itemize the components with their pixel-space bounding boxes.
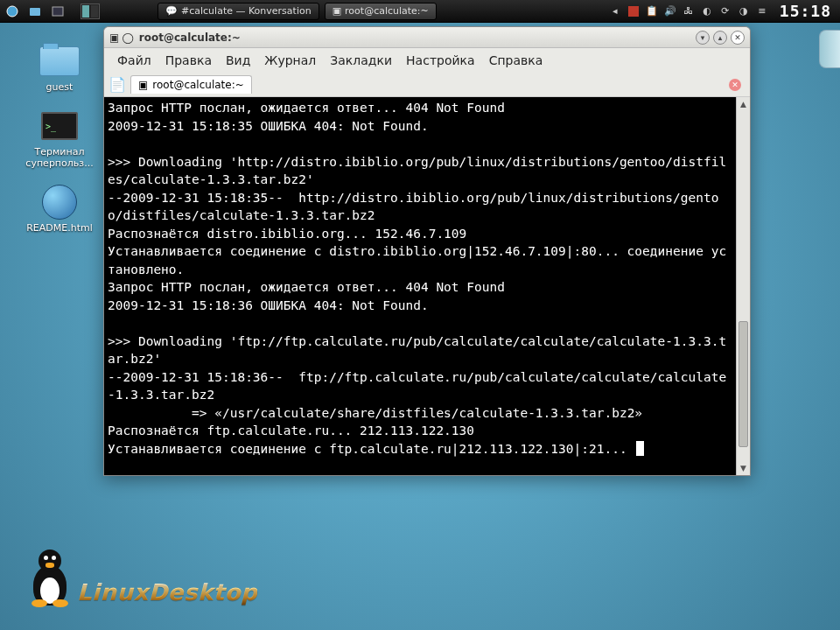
minimize-button[interactable]: ▾	[696, 31, 710, 45]
tab-label: root@calculate:~	[152, 79, 243, 91]
desktop-icon-readme[interactable]: README.html	[19, 185, 100, 234]
chat-icon: 💬	[165, 5, 178, 17]
terminal-tab[interactable]: ▣ root@calculate:~	[130, 75, 252, 94]
plasma-cashew-icon[interactable]	[819, 30, 840, 68]
terminal-text: Запрос HTTP послан, ожидается ответ... 4…	[108, 101, 726, 456]
new-tab-button[interactable]: 📄	[109, 77, 125, 93]
menu-settings[interactable]: Настройка	[400, 51, 481, 70]
tray-arrow-icon[interactable]: ◂	[607, 4, 623, 19]
terminal-window: ▣ ◯ root@calculate:~ ▾ ▴ ✕ Файл Правка В…	[103, 26, 751, 476]
menu-bar: Файл Правка Вид Журнал Закладки Настройк…	[104, 48, 750, 73]
terminal-cursor	[636, 441, 644, 456]
task-label: root@calculate:~	[345, 5, 429, 17]
terminal-icon	[38, 108, 80, 144]
scroll-thumb[interactable]	[738, 321, 748, 447]
menu-bookmarks[interactable]: Закладки	[324, 51, 398, 70]
tray-misc3-icon[interactable]: ◑	[736, 4, 752, 19]
window-title: root@calculate:~	[139, 32, 241, 44]
menu-view[interactable]: Вид	[220, 51, 256, 70]
panel-gap	[102, 2, 154, 21]
menu-journal[interactable]: Журнал	[258, 51, 322, 70]
terminal-body: Запрос HTTP послан, ожидается ответ... 4…	[104, 97, 750, 475]
panel-clock[interactable]: 15:18	[773, 2, 835, 20]
folder-icon	[38, 44, 80, 79]
desktop-icon-terminal[interactable]: Терминал суперпольз...	[19, 108, 100, 169]
titlebar-icons: ▣ ◯	[109, 32, 134, 44]
desktop-icon-guest[interactable]: guest	[19, 44, 100, 93]
task-label: #calculate — Konversation	[181, 5, 312, 17]
terminal-icon: ▣	[332, 5, 341, 17]
close-button[interactable]: ✕	[731, 31, 745, 45]
svg-rect-2	[52, 7, 63, 16]
svg-rect-1	[30, 8, 40, 16]
maximize-button[interactable]: ▴	[713, 31, 727, 45]
distro-branding: LinuxDesktop	[26, 550, 257, 606]
desktop-icon-label: guest	[46, 81, 74, 93]
tray-network-icon[interactable]: 🖧	[681, 4, 696, 19]
tray-update-icon[interactable]	[626, 4, 641, 19]
system-tray: ◂ 📋 🔊 🖧 ◐ ⟳ ◑ ≡ 15:18	[607, 2, 840, 20]
scrollbar: ▲ ▼	[736, 97, 750, 475]
panel-left: 💬 #calculate — Konversation ▣ root@calcu…	[0, 2, 438, 21]
scroll-up-button[interactable]: ▲	[737, 97, 750, 111]
taskbar-item-konversation[interactable]: 💬 #calculate — Konversation	[158, 3, 319, 20]
taskbar-item-terminal[interactable]: ▣ root@calculate:~	[325, 3, 437, 20]
html-file-icon	[38, 185, 80, 220]
svg-rect-3	[628, 6, 639, 17]
menu-file[interactable]: Файл	[111, 51, 158, 70]
session-icon: ◯	[122, 32, 133, 44]
tab-close-button[interactable]: ✕	[729, 79, 741, 91]
tray-misc4-icon[interactable]: ≡	[754, 4, 770, 19]
svg-point-0	[7, 6, 18, 17]
filemanager-icon[interactable]	[24, 2, 46, 21]
terminal-output[interactable]: Запрос HTTP послан, ожидается ответ... 4…	[104, 97, 736, 475]
desktop-icon-label: Терминал суперпольз...	[19, 146, 100, 169]
tab-bar: 📄 ▣ root@calculate:~ ✕	[104, 73, 750, 97]
kmenu-icon[interactable]	[2, 2, 23, 21]
terminal-app-icon: ▣	[109, 32, 119, 44]
tray-misc2-icon[interactable]: ⟳	[718, 4, 733, 19]
tab-close-area: ✕	[729, 79, 745, 91]
panel-separator	[70, 2, 79, 21]
workspace-switcher[interactable]	[80, 4, 100, 19]
taskbar-panel: 💬 #calculate — Konversation ▣ root@calcu…	[0, 0, 840, 23]
tray-misc1-icon[interactable]: ◐	[699, 4, 715, 19]
tray-clipboard-icon[interactable]: 📋	[644, 4, 660, 19]
window-titlebar[interactable]: ▣ ◯ root@calculate:~ ▾ ▴ ✕	[104, 27, 750, 48]
tray-volume-icon[interactable]: 🔊	[662, 4, 678, 19]
tab-terminal-icon: ▣	[138, 79, 148, 91]
desktop-icons: guest Терминал суперпольз... README.html	[19, 44, 100, 234]
show-desktop-icon[interactable]	[47, 2, 68, 21]
menu-help[interactable]: Справка	[483, 51, 550, 70]
menu-edit[interactable]: Правка	[159, 51, 218, 70]
scroll-track[interactable]	[737, 111, 750, 461]
branding-text: LinuxDesktop	[77, 579, 257, 606]
tux-icon	[26, 550, 74, 606]
scroll-down-button[interactable]: ▼	[737, 461, 750, 475]
desktop-icon-label: README.html	[26, 222, 93, 234]
